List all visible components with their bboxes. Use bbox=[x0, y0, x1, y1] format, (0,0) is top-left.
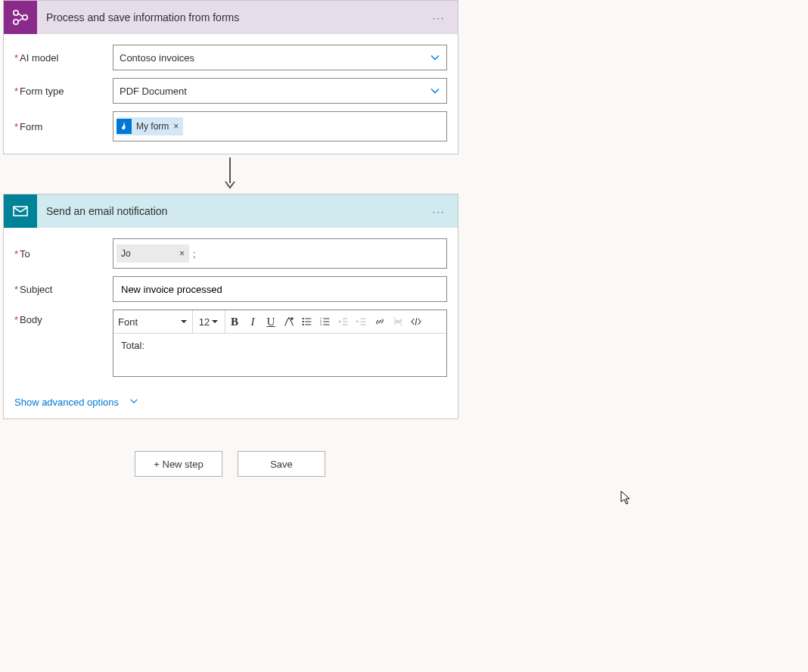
underline-button[interactable]: U bbox=[262, 310, 280, 333]
number-list-button[interactable]: 123 bbox=[316, 310, 334, 333]
svg-text:2: 2 bbox=[320, 319, 322, 323]
ai-builder-icon bbox=[4, 1, 37, 34]
svg-point-0 bbox=[14, 11, 18, 15]
footer-actions: + New step Save bbox=[3, 451, 457, 477]
chevron-down-icon bbox=[430, 86, 440, 96]
touch-icon bbox=[117, 119, 132, 134]
step-header[interactable]: Send an email notification ··· bbox=[4, 194, 458, 228]
subject-field[interactable] bbox=[120, 283, 440, 296]
save-button[interactable]: Save bbox=[238, 451, 325, 477]
svg-text:3: 3 bbox=[320, 322, 322, 326]
caret-down-icon bbox=[180, 318, 188, 325]
bullet-list-button[interactable] bbox=[298, 310, 316, 333]
font-size-picker[interactable]: 12 bbox=[193, 310, 225, 333]
step-menu-button[interactable]: ··· bbox=[427, 12, 450, 23]
form-input[interactable]: My form × bbox=[113, 111, 447, 142]
cursor-icon bbox=[620, 490, 632, 506]
field-label-to: *To bbox=[14, 248, 113, 260]
step-menu-button[interactable]: ··· bbox=[427, 206, 450, 217]
chevron-down-icon bbox=[129, 397, 138, 408]
step-title: Send an email notification bbox=[37, 205, 427, 217]
step-title: Process and save information from forms bbox=[37, 11, 427, 23]
unlink-button[interactable] bbox=[389, 310, 407, 333]
link-button[interactable] bbox=[371, 310, 389, 333]
editor-toolbar: Font 12 B I U bbox=[113, 310, 446, 334]
remove-token-icon[interactable]: × bbox=[179, 248, 185, 259]
svg-point-6 bbox=[303, 321, 304, 322]
font-color-button[interactable] bbox=[280, 310, 298, 333]
svg-point-7 bbox=[303, 324, 304, 325]
svg-rect-3 bbox=[14, 207, 27, 216]
field-label-ai-model: *AI model bbox=[14, 52, 113, 64]
field-label-form-type: *Form type bbox=[14, 86, 113, 97]
font-picker[interactable]: Font bbox=[113, 310, 193, 333]
italic-button[interactable]: I bbox=[244, 310, 262, 333]
new-step-button[interactable]: + New step bbox=[135, 451, 222, 477]
svg-point-2 bbox=[23, 15, 27, 20]
flow-connector bbox=[3, 157, 457, 189]
field-label-form: *Form bbox=[14, 121, 113, 132]
svg-point-5 bbox=[303, 318, 304, 319]
mail-icon bbox=[4, 194, 37, 228]
field-label-subject: *Subject bbox=[14, 284, 113, 295]
code-view-button[interactable] bbox=[407, 310, 425, 333]
field-label-body: *Body bbox=[14, 310, 113, 325]
remove-token-icon[interactable]: × bbox=[173, 121, 179, 132]
outdent-button[interactable] bbox=[334, 310, 353, 333]
bold-button[interactable]: B bbox=[225, 310, 244, 333]
to-input[interactable]: Jo × ; bbox=[113, 238, 447, 269]
body-content[interactable]: Total: bbox=[113, 334, 446, 376]
body-editor: Font 12 B I U bbox=[113, 310, 447, 377]
show-advanced-link[interactable]: Show advanced options bbox=[14, 397, 138, 408]
chevron-down-icon bbox=[430, 52, 440, 63]
ai-model-select[interactable]: Contoso invoices bbox=[113, 45, 447, 70]
step-card-email: Send an email notification ··· *To Jo × … bbox=[3, 194, 458, 419]
form-token[interactable]: My form × bbox=[117, 117, 183, 135]
indent-button[interactable] bbox=[353, 310, 371, 333]
recipient-token[interactable]: Jo × bbox=[117, 244, 189, 263]
svg-point-4 bbox=[291, 317, 293, 319]
step-card-ai-builder: Process and save information from forms … bbox=[3, 0, 458, 154]
svg-point-1 bbox=[14, 20, 18, 24]
caret-down-icon bbox=[211, 318, 219, 325]
svg-text:1: 1 bbox=[320, 316, 322, 320]
step-header[interactable]: Process and save information from forms … bbox=[4, 1, 458, 34]
subject-input[interactable] bbox=[113, 276, 447, 302]
form-type-select[interactable]: PDF Document bbox=[113, 78, 447, 104]
